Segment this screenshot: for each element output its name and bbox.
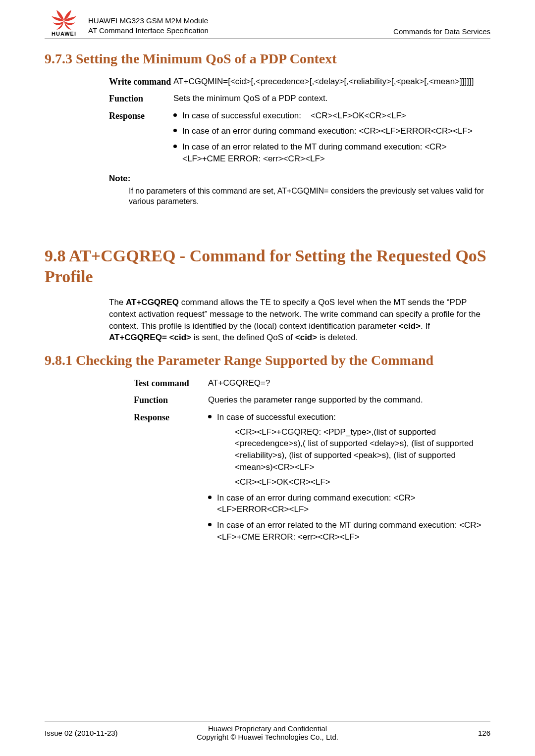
note-title: Note: <box>109 174 490 184</box>
response-981-item2: In case of an error during command execu… <box>208 492 485 516</box>
heading-98: 9.8 AT+CGQREQ - Command for Setting the … <box>45 246 490 288</box>
body-test-command: AT+CGQREQ=? <box>208 377 485 389</box>
response-981-item1: In case of successful execution: <CR><LF… <box>208 411 485 488</box>
p98-t5: is deleted. <box>317 333 358 342</box>
body-function-973: Sets the minimum QoS of a PDP context. <box>173 93 485 104</box>
p98-b2: <cid> <box>399 321 421 331</box>
huawei-logo: HUAWEI <box>45 10 83 37</box>
footer-center: Huawei Proprietary and Confidential Copy… <box>156 724 379 741</box>
heading-981: 9.8.1 Checking the Parameter Range Suppo… <box>45 353 490 368</box>
note-body: If no parameters of this command are set… <box>129 186 490 207</box>
heading-973: 9.7.3 Setting the Minimum QoS of a PDP C… <box>45 51 490 67</box>
label-write-command: Write command <box>109 76 173 88</box>
p98-b3: AT+CGQREQ= <cid> <box>109 333 191 342</box>
footer-center-line1: Huawei Proprietary and Confidential <box>208 724 327 733</box>
body-function-981: Queries the parameter range supported by… <box>208 394 485 406</box>
header-right: Commands for Data Services <box>393 27 490 37</box>
header-titles: HUAWEI MG323 GSM M2M Module AT Command I… <box>83 16 393 37</box>
body-write-command: AT+CGQMIN=[<cid>[,<precedence>[,<delay>[… <box>173 76 485 88</box>
response-981-item1-text: In case of successful execution: <box>217 412 336 422</box>
footer-right: 126 <box>379 729 490 737</box>
label-function-973: Function <box>109 93 173 104</box>
huawei-wordmark: HUAWEI <box>52 31 76 37</box>
label-response-973: Response <box>109 110 173 169</box>
response-973-item1-text: In case of successful execution: <box>182 111 301 120</box>
response-981-item1-sub2: <CR><LF>OK<CR><LF> <box>235 476 485 488</box>
p98-b1: AT+CGQREQ <box>126 298 179 307</box>
p98-t1: The <box>109 298 126 307</box>
para-98: The AT+CGQREQ command allows the TE to s… <box>109 297 485 344</box>
response-973-item3: In case of an error related to the MT du… <box>173 141 485 165</box>
huawei-petal-icon <box>51 10 77 30</box>
note-973: Note: If no parameters of this command a… <box>109 174 490 207</box>
page-header: HUAWEI HUAWEI MG323 GSM M2M Module AT Co… <box>45 10 490 39</box>
response-973-item2: In case of an error during command execu… <box>173 125 485 137</box>
label-function-981: Function <box>134 394 208 406</box>
page-footer: Issue 02 (2010-11-23) Huawei Proprietary… <box>45 721 490 741</box>
label-test-command: Test command <box>134 377 208 389</box>
response-973-item1-code: <CR><LF>OK<CR><LF> <box>311 111 406 120</box>
response-981-item1-sub1: <CR><LF>+CGQREQ: <PDP_type>,(list of sup… <box>235 426 485 473</box>
p98-b4: <cid> <box>295 333 317 342</box>
footer-center-line2: Copyright © Huawei Technologies Co., Ltd… <box>197 733 338 741</box>
p98-t3: . If <box>421 321 430 331</box>
footer-left: Issue 02 (2010-11-23) <box>45 729 156 737</box>
p98-t4: is sent, the defined QoS of <box>191 333 295 342</box>
header-line1: HUAWEI MG323 GSM M2M Module <box>88 16 393 26</box>
header-line2: AT Command Interface Specification <box>88 26 393 36</box>
label-response-981: Response <box>134 411 208 547</box>
response-973-item1: In case of successful execution: <CR><LF… <box>173 110 485 122</box>
response-981-item3: In case of an error related to the MT du… <box>208 519 485 543</box>
